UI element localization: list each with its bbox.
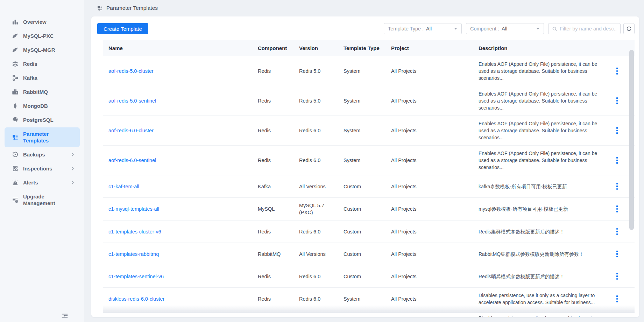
description-cell: Disables persistence, use it only as a c… bbox=[479, 292, 607, 306]
table-body: aof-redis-5.0-clusterRedisRedis 5.0Syste… bbox=[103, 56, 635, 317]
version-cell: All Versions bbox=[299, 183, 344, 190]
row-kebab-menu-icon[interactable] bbox=[614, 249, 620, 259]
search-icon bbox=[552, 26, 557, 31]
template-name-link[interactable]: aof-redis-6.0-sentinel bbox=[108, 158, 156, 163]
sidebar-item-mysql-mgr[interactable]: MySQL-MGR bbox=[5, 43, 80, 56]
sidebar-item-upgrade-management[interactable]: Upgrade Management bbox=[5, 190, 80, 210]
row-kebab-menu-icon[interactable] bbox=[614, 182, 620, 191]
sidebar-item-rabbitmq[interactable]: RabbitMQ bbox=[5, 85, 80, 98]
sidebar-item-label: Upgrade Management bbox=[23, 193, 69, 206]
version-cell: Redis 6.0 bbox=[299, 273, 344, 280]
column-header-project: Project bbox=[391, 45, 479, 51]
row-actions-cell bbox=[607, 204, 627, 214]
search-input[interactable] bbox=[560, 26, 617, 31]
template-name-cell: c1-templates-rabbitmq bbox=[103, 251, 258, 258]
postgresql-elephant-icon bbox=[12, 117, 19, 123]
table-header-row: NameComponentVersionTemplate TypeProject… bbox=[103, 40, 635, 56]
table-row: c1-mysql-templates-allMySQLMySQL 5.7 (PX… bbox=[103, 197, 635, 220]
project-cell: All Projects bbox=[391, 205, 479, 212]
template-type-cell: Custom bbox=[344, 205, 391, 212]
chevron-down-icon bbox=[454, 27, 458, 31]
create-template-button[interactable]: Create Template bbox=[97, 23, 148, 34]
component-cell: MySQL bbox=[258, 205, 299, 212]
sidebar-item-label: Parameter Templates bbox=[23, 131, 69, 144]
sidebar-item-alerts[interactable]: Alerts bbox=[5, 176, 80, 189]
mysql-dolphin-icon bbox=[12, 47, 19, 53]
version-cell: Redis 5.0 bbox=[299, 97, 344, 104]
version-cell: MySQL 5.7 (PXC) bbox=[299, 202, 344, 216]
sidebar-item-overview[interactable]: Overview bbox=[5, 15, 80, 28]
component-filter[interactable]: Component : All bbox=[466, 23, 544, 34]
template-name-link[interactable]: c1-templates-cluster-v6 bbox=[108, 229, 161, 234]
template-name-cell: aof-redis-5.0-sentinel bbox=[103, 97, 258, 104]
template-name-link[interactable]: aof-redis-5.0-cluster bbox=[108, 68, 154, 74]
row-actions-cell bbox=[607, 317, 627, 317]
template-name-link[interactable]: c1-templates-rabbitmq bbox=[108, 251, 159, 257]
row-kebab-menu-icon[interactable] bbox=[614, 227, 620, 237]
sidebar-item-parameter-templates[interactable]: Parameter Templates bbox=[5, 127, 80, 147]
vertical-scrollbar[interactable] bbox=[629, 50, 634, 230]
template-name-link[interactable]: c1-mysql-templates-all bbox=[108, 206, 159, 212]
upgrade-gear-icon bbox=[12, 197, 19, 203]
row-kebab-menu-icon[interactable] bbox=[614, 204, 620, 214]
row-kebab-menu-icon[interactable] bbox=[614, 272, 620, 281]
template-name-cell: c1-templates-sentinel-v6 bbox=[103, 273, 258, 280]
template-name-link[interactable]: aof-redis-5.0-sentinel bbox=[108, 98, 156, 104]
description-cell: Enables AOF (Append Only File) persisten… bbox=[479, 61, 607, 82]
search-box bbox=[548, 23, 621, 34]
sidebar-item-kafka[interactable]: Kafka bbox=[5, 71, 80, 84]
sidebar-item-mongodb[interactable]: MongoDB bbox=[5, 99, 80, 112]
sidebar-item-postgresql[interactable]: PostgreSQL bbox=[5, 113, 80, 126]
table-row: c1-templates-cluster-v6RedisRedis 6.0Cus… bbox=[103, 220, 635, 243]
column-header-template-type: Template Type bbox=[344, 45, 391, 51]
row-kebab-menu-icon[interactable] bbox=[614, 96, 620, 106]
template-name-link[interactable]: c1-kaf-tem-all bbox=[108, 184, 139, 189]
row-kebab-menu-icon[interactable] bbox=[614, 126, 620, 135]
template-type-cell: Custom bbox=[344, 228, 391, 235]
sidebar-collapse-icon[interactable] bbox=[61, 312, 69, 320]
project-cell: All Projects bbox=[391, 183, 479, 190]
sidebar-item-label: MySQL-MGR bbox=[23, 47, 55, 53]
template-name-link[interactable]: aof-redis-6.0-cluster bbox=[108, 128, 154, 133]
row-actions-cell bbox=[607, 96, 627, 106]
template-name-cell: c1-mysql-templates-all bbox=[103, 205, 258, 212]
row-actions-cell bbox=[607, 272, 627, 281]
project-cell: All Projects bbox=[391, 157, 479, 164]
refresh-button[interactable] bbox=[623, 23, 635, 34]
component-cell: Redis bbox=[258, 97, 299, 104]
version-cell: All Versions bbox=[299, 251, 344, 258]
sidebar-item-mysql-pxc[interactable]: MySQL-PXC bbox=[5, 29, 80, 42]
project-cell: All Projects bbox=[391, 273, 479, 280]
template-type-filter-value: All bbox=[426, 26, 432, 31]
template-name-link[interactable]: c1-templates-sentinel-v6 bbox=[108, 274, 164, 279]
sidebar-item-backups[interactable]: Backups bbox=[5, 148, 80, 161]
description-cell: Redis哨兵模式参数模版更新后的描述！ bbox=[479, 273, 607, 280]
template-type-cell: Custom bbox=[344, 273, 391, 280]
description-cell: Enables AOF (Append Only File) persisten… bbox=[479, 120, 607, 141]
template-type-cell: System bbox=[344, 295, 391, 302]
template-name-link[interactable]: diskless-redis-6.0-cluster bbox=[108, 296, 164, 302]
template-name-cell: aof-redis-6.0-cluster bbox=[103, 127, 258, 134]
component-cell: Redis bbox=[258, 68, 299, 75]
row-kebab-menu-icon[interactable] bbox=[614, 66, 620, 76]
row-kebab-menu-icon[interactable] bbox=[614, 317, 620, 317]
table-row: aof-redis-6.0-clusterRedisRedis 6.0Syste… bbox=[103, 115, 635, 145]
project-cell: All Projects bbox=[391, 251, 479, 258]
row-kebab-menu-icon[interactable] bbox=[614, 294, 620, 304]
template-name-cell: diskless-redis-6.0-cluster bbox=[103, 295, 258, 302]
row-kebab-menu-icon[interactable] bbox=[614, 155, 620, 165]
component-cell: RabbitMQ bbox=[258, 251, 299, 258]
project-cell: All Projects bbox=[391, 97, 479, 104]
template-type-cell: System bbox=[344, 157, 391, 164]
template-name-cell: c1-kaf-tem-all bbox=[103, 183, 258, 190]
column-header-version: Version bbox=[299, 45, 344, 51]
sidebar-item-redis[interactable]: Redis bbox=[5, 57, 80, 70]
project-cell: All Projects bbox=[391, 127, 479, 134]
sidebar-item-inspections[interactable]: Inspections bbox=[5, 162, 80, 175]
mysql-dolphin-icon bbox=[12, 33, 19, 39]
toolbar-filters: Template Type : All Component : All bbox=[380, 23, 635, 34]
version-cell: Redis 6.0 bbox=[299, 228, 344, 235]
template-type-filter[interactable]: Template Type : All bbox=[384, 23, 462, 34]
row-actions-cell bbox=[607, 249, 627, 259]
component-cell: Redis bbox=[258, 127, 299, 134]
